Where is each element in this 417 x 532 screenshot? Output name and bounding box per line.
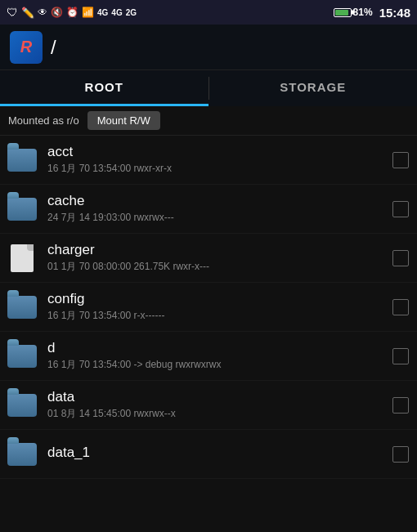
wifi-icon: 📶 (82, 7, 94, 18)
file-meta: 24 7月 14 19:03:00 rwxrwx--- (47, 211, 392, 225)
eye-icon: 👁 (38, 7, 47, 18)
list-item[interactable]: d 16 1月 70 13:54:00 -> debug rwxrwxrwx (0, 332, 417, 381)
status-icons-left: 🛡 ✏️ 👁 🔇 ⏰ 📶 4G 4G 2G (7, 6, 137, 19)
mute-icon: 🔇 (51, 7, 63, 18)
file-icon (7, 243, 38, 274)
file-meta: 16 1月 70 13:54:00 rwxr-xr-x (47, 162, 392, 176)
time-display: 15:48 (379, 6, 410, 20)
list-item[interactable]: cache 24 7月 14 19:03:00 rwxrwx--- (0, 185, 417, 234)
file-name: charger (47, 242, 392, 258)
mount-rw-button[interactable]: Mount R/W (87, 111, 160, 130)
status-right: 81% 15:48 (334, 6, 410, 20)
list-item[interactable]: config 16 1月 70 13:54:00 r-x------ (0, 283, 417, 332)
list-item[interactable]: charger 01 1月 70 08:00:00 261.75K rwxr-x… (0, 234, 417, 283)
folder-icon (7, 341, 38, 372)
battery-percent: 81% (353, 7, 373, 18)
file-name: data (47, 389, 392, 405)
edit-icon: ✏️ (21, 7, 34, 19)
file-name: acct (47, 144, 392, 160)
status-bar: 🛡 ✏️ 👁 🔇 ⏰ 📶 4G 4G 2G 81% 15:48 (0, 0, 417, 25)
list-item[interactable]: data 01 8月 14 15:45:00 rwxrwx--x (0, 381, 417, 430)
file-checkbox[interactable] (392, 397, 409, 414)
file-meta: 01 8月 14 15:45:00 rwxrwx--x (47, 407, 392, 421)
folder-icon (7, 390, 38, 421)
file-name: config (47, 291, 392, 307)
file-name: data_1 (47, 445, 392, 461)
file-name: d (47, 340, 392, 356)
file-checkbox[interactable] (392, 250, 409, 266)
title-bar: R / (0, 25, 417, 70)
file-checkbox[interactable] (392, 446, 409, 463)
shield-icon: 🛡 (7, 6, 18, 19)
folder-icon (7, 439, 38, 470)
file-meta: 16 1月 70 13:54:00 r-x------ (47, 309, 392, 323)
file-checkbox[interactable] (392, 201, 409, 217)
list-item[interactable]: data_1 (0, 430, 417, 479)
file-checkbox[interactable] (392, 299, 409, 315)
page-title: / (51, 36, 58, 59)
file-checkbox[interactable] (392, 348, 409, 364)
network-4g-2: 4G (111, 8, 122, 17)
tabs-bar: ROOT STORAGE (0, 70, 417, 106)
file-checkbox[interactable] (392, 152, 409, 168)
tab-storage[interactable]: STORAGE (209, 70, 418, 106)
folder-icon (7, 194, 38, 225)
network-2g: 2G (126, 8, 137, 17)
list-item[interactable]: acct 16 1月 70 13:54:00 rwxr-xr-x (0, 136, 417, 185)
battery-indicator: 81% (334, 7, 373, 18)
app-icon-letter: R (20, 38, 32, 56)
file-meta: 01 1月 70 08:00:00 261.75K rwxr-x--- (47, 260, 392, 274)
app-icon: R (10, 31, 43, 64)
file-list: acct 16 1月 70 13:54:00 rwxr-xr-x cache 2… (0, 136, 417, 532)
mount-bar: Mounted as r/o Mount R/W (0, 106, 417, 136)
file-meta: 16 1月 70 13:54:00 -> debug rwxrwxrwx (47, 358, 392, 372)
network-4g-1: 4G (97, 8, 108, 17)
mount-status-text: Mounted as r/o (8, 114, 79, 127)
folder-icon (7, 145, 38, 176)
file-name: cache (47, 193, 392, 209)
alarm-icon: ⏰ (66, 7, 78, 18)
folder-icon (7, 292, 38, 323)
tab-root[interactable]: ROOT (0, 70, 208, 106)
